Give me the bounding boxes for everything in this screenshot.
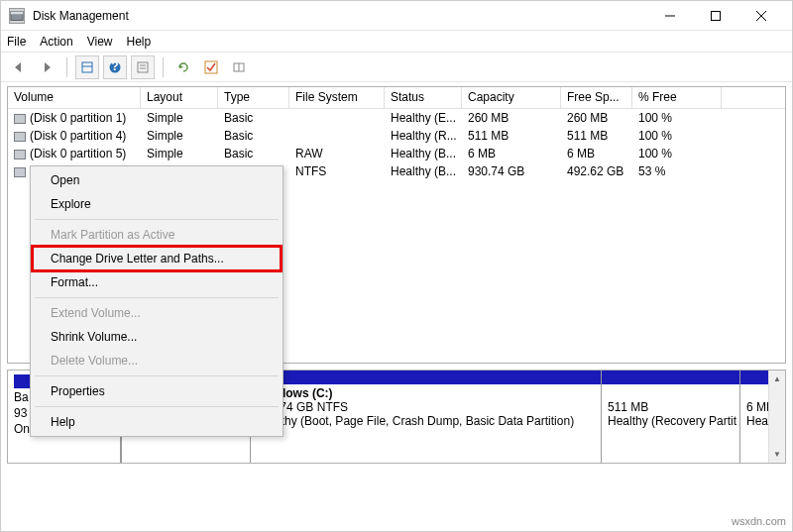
watermark: wsxdn.com [732,515,786,527]
col-freespace[interactable]: Free Sp... [561,87,632,108]
context-menu: Open Explore Mark Partition as Active Ch… [30,165,283,437]
menu-item-mark-active: Mark Partition as Active [33,223,281,247]
menu-action[interactable]: Action [40,35,72,49]
partition-label: Windows (C:) [257,386,595,400]
menu-separator [35,297,279,298]
partition-header-bar [602,371,739,384]
toolbar: ? [1,53,792,82]
svg-rect-13 [205,61,217,73]
drive-icon [14,167,26,177]
partition-recovery[interactable]: 511 MB Healthy (Recovery Partit [601,371,739,463]
minimize-button[interactable] [647,1,693,31]
col-pctfree[interactable]: % Free [632,87,722,108]
menu-help[interactable]: Help [127,35,152,49]
svg-rect-10 [138,62,148,72]
menu-file[interactable]: File [7,35,26,49]
table-row[interactable]: (Disk 0 partition 4) SimpleBasicHealthy … [8,127,785,145]
app-icon [9,8,25,24]
table-row[interactable]: (Disk 0 partition 5) SimpleBasicRAWHealt… [8,145,785,162]
maximize-button[interactable] [693,1,738,31]
menu-item-extend: Extend Volume... [33,301,281,325]
menu-item-change-drive-letter[interactable]: Change Drive Letter and Paths... [33,247,281,270]
menu-bar: File Action View Help [1,31,792,53]
drive-icon [14,150,26,160]
drive-icon [14,114,26,124]
svg-rect-1 [11,11,23,14]
title-bar: Disk Management [1,1,792,31]
col-capacity[interactable]: Capacity [462,87,561,108]
menu-item-shrink[interactable]: Shrink Volume... [33,325,281,349]
help-icon[interactable]: ? [103,55,127,79]
svg-text:?: ? [111,60,118,73]
toolbar-view-icon[interactable] [75,55,99,79]
window-title: Disk Management [33,9,129,23]
toolbar-list-icon[interactable] [131,55,155,79]
col-type[interactable]: Type [218,87,289,108]
col-filesystem[interactable]: File System [289,87,385,108]
menu-item-properties[interactable]: Properties [33,379,281,403]
table-row[interactable]: (Disk 0 partition 1) SimpleBasicHealthy … [8,109,785,127]
col-status[interactable]: Status [385,87,462,108]
drive-icon [14,132,26,142]
menu-item-explore[interactable]: Explore [33,192,281,216]
partition-header-bar [251,371,601,384]
menu-item-format[interactable]: Format... [33,270,281,294]
back-button[interactable] [7,55,31,79]
vertical-scrollbar[interactable]: ▲ ▼ [768,371,785,463]
column-headers: Volume Layout Type File System Status Ca… [8,87,785,109]
forward-button[interactable] [35,55,58,79]
menu-view[interactable]: View [87,35,113,49]
check-icon[interactable] [199,55,223,79]
menu-separator [35,219,279,220]
scroll-down-icon[interactable]: ▼ [769,446,785,463]
col-volume[interactable]: Volume [8,87,141,108]
svg-rect-6 [82,62,92,72]
menu-item-help[interactable]: Help [33,410,281,434]
menu-item-open[interactable]: Open [33,168,281,192]
menu-separator [35,406,279,407]
partition-windows-c[interactable]: Windows (C:) 930.74 GB NTFS Healthy (Boo… [250,371,601,463]
menu-item-delete: Delete Volume... [33,349,281,372]
refresh-icon[interactable] [171,55,195,79]
scroll-up-icon[interactable]: ▲ [769,371,785,387]
close-button[interactable] [738,1,784,31]
svg-rect-3 [712,11,721,20]
col-layout[interactable]: Layout [141,87,218,108]
toolbar-panel-icon[interactable] [227,55,251,79]
menu-separator [35,375,279,376]
